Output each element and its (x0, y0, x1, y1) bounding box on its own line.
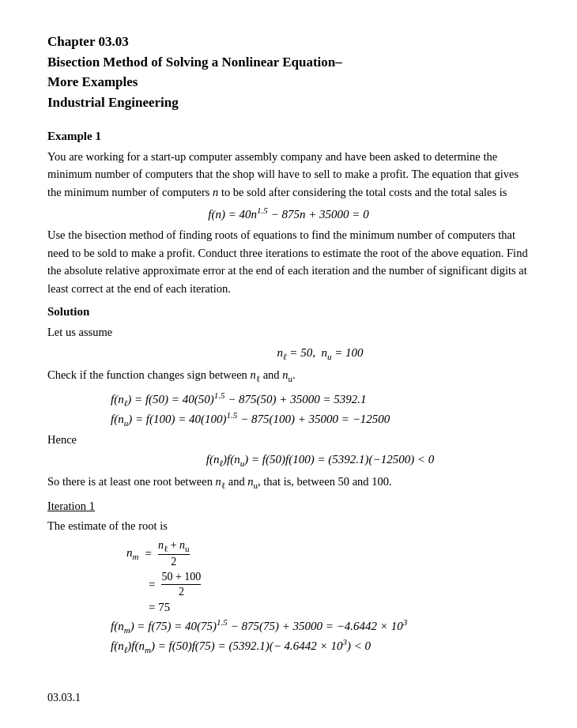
eq-sign2: = (149, 578, 155, 591)
check-sign-text: Check if the function changes sign betwe… (47, 366, 530, 386)
example1-intro: You are working for a start-up computer … (47, 148, 530, 201)
product2-equation: f(nℓ)f(nm) = f(50)f(75) = (5392.1)(− 4.6… (111, 637, 530, 654)
page: Chapter 03.03 Bisection Method of Solvin… (0, 0, 577, 728)
solution-label: Solution (47, 305, 530, 319)
nm-fraction: nℓ + nu 2 (158, 539, 190, 568)
example1-instructions: Use the bisection method of finding root… (47, 226, 530, 297)
iteration1-header: Iteration 1 (47, 497, 530, 515)
chapter-title-line1: Bisection Method of Solving a Nonlinear … (47, 52, 530, 73)
assume-text: Let us assume (47, 323, 530, 341)
f-nl-equation: f(nℓ) = f(50) = 40(50)1.5 − 875(50) + 35… (111, 390, 530, 408)
estimate-text: The estimate of the root is (47, 517, 530, 534)
chapter-number: Chapter 03.03 (47, 32, 530, 52)
hence-text: Hence (47, 431, 530, 448)
main-equation: f(n) = 40n1.5 − 875n + 35000 = 0 (47, 206, 530, 221)
root-exists-text: So there is at least one root between nℓ… (47, 473, 530, 492)
nm-formula-block: nm = nℓ + nu 2 = 50 + 100 2 = 75 (126, 539, 530, 614)
nl-nu-values: nℓ = 50, nu = 100 (111, 346, 530, 361)
f-nm-equation: f(nm) = f(75) = 40(75)1.5 − 875(75) + 35… (111, 617, 530, 635)
nm-eq1: = (145, 547, 151, 560)
chapter-title-line3: Industrial Engineering (47, 92, 530, 113)
chapter-title: Chapter 03.03 Bisection Method of Solvin… (47, 32, 530, 112)
iteration1-label: Iteration 1 (47, 500, 95, 512)
nm-value: = 75 (149, 601, 170, 614)
n-variable: n (213, 186, 218, 198)
numeric-fraction: 50 + 100 2 (161, 571, 201, 598)
product-equation: f(nℓ)f(nu) = f(50)f(100) = (5392.1)(−125… (111, 453, 530, 468)
page-number: 03.03.1 (47, 692, 81, 704)
example1-label: Example 1 (47, 130, 530, 143)
chapter-title-line2: More Examples (47, 72, 530, 92)
nm-label: nm (126, 546, 138, 561)
f-nu-equation: f(nu) = f(100) = 40(100)1.5 − 875(100) +… (111, 410, 530, 428)
